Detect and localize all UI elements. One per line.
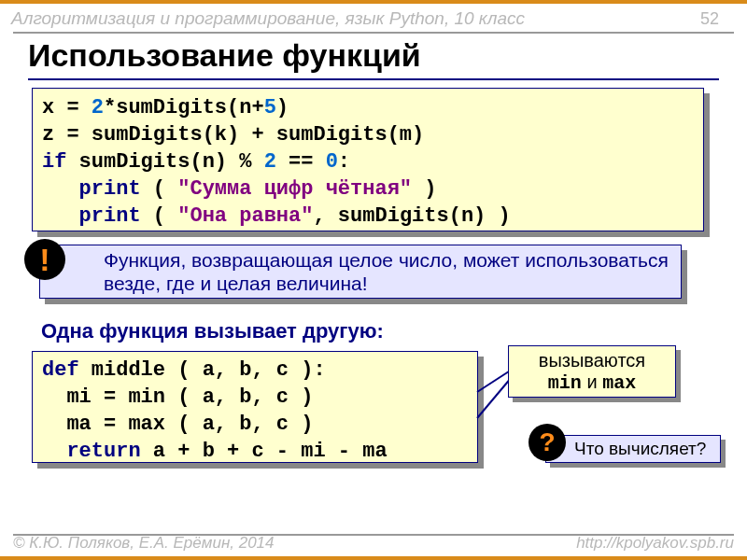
footer-copyright: © К.Ю. Поляков, Е.А. Ерёмин, 2014 xyxy=(13,534,275,553)
code2-line3: ma = max ( a, b, c ) xyxy=(42,411,468,438)
note-text: Функция, возвращающая целое число, может… xyxy=(39,245,682,299)
code2-line4: return a + b + c - mi - ma xyxy=(42,438,468,465)
code1-line3: if sumDigits(n) % 2 == 0: xyxy=(42,148,694,175)
code2-line1: def middle ( a, b, c ): xyxy=(42,357,468,384)
callout-content: вызываются min и max xyxy=(508,345,676,398)
code1-line5: print ( "Она равна", sumDigits(n) ) xyxy=(42,203,694,230)
note-block: Функция, возвращающая целое число, может… xyxy=(39,245,682,299)
code-block-2-content: def middle ( a, b, c ): mi = min ( a, b,… xyxy=(32,351,478,463)
slide-title: Использование функций xyxy=(28,37,421,74)
code1-line4: print ( "Сумма цифр чётная" ) xyxy=(42,175,694,203)
code-block-1-content: x = 2*sumDigits(n+5) z = sumDigits(k) + … xyxy=(32,88,704,231)
code1-line1: x = 2*sumDigits(n+5) xyxy=(42,94,694,121)
question-text: Что вычисляет? xyxy=(545,435,721,463)
slide-footer: © К.Ю. Поляков, Е.А. Ерёмин, 2014 http:/… xyxy=(0,530,747,560)
subheading: Одна функция вызывает другую: xyxy=(41,319,384,343)
code1-line2: z = sumDigits(k) + sumDigits(m) xyxy=(42,121,694,148)
code-block-1: x = 2*sumDigits(n+5) z = sumDigits(k) + … xyxy=(32,88,704,231)
question-block: Что вычисляет? xyxy=(545,435,721,463)
title-underline xyxy=(28,78,719,80)
slide-header: Алгоритмизация и программирование, язык … xyxy=(0,0,747,34)
header-rule xyxy=(13,32,734,34)
code-block-2: def middle ( a, b, c ): mi = min ( a, b,… xyxy=(32,351,478,463)
footer-url: http://kpolyakov.spb.ru xyxy=(576,534,734,553)
page-number: 52 xyxy=(700,9,719,29)
code2-line2: mi = min ( a, b, c ) xyxy=(42,384,468,411)
course-label: Алгоритмизация и программирование, язык … xyxy=(11,8,700,29)
question-icon: ? xyxy=(529,424,566,461)
attention-icon: ! xyxy=(24,239,65,280)
callout-block: вызываются min и max xyxy=(508,345,676,398)
